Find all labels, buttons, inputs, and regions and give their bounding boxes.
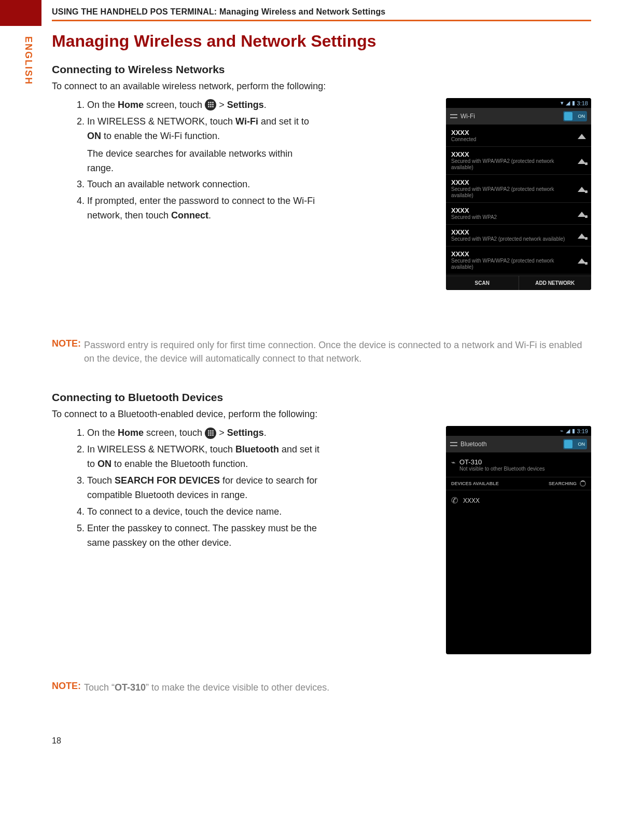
wifi-network-item[interactable]: XXXXConnected (446, 125, 591, 147)
scan-button[interactable]: SCAN (446, 276, 519, 290)
bt-self-device[interactable]: ⌁ OT-310 Not visible to other Bluetooth … (446, 453, 591, 477)
text: > (216, 428, 227, 438)
wifi-network-list: XXXXConnected XXXXSecured with WPA/WPA2 … (446, 125, 591, 274)
text: Touch “ (84, 682, 115, 693)
ssid: XXXX (451, 178, 578, 186)
text: to enable the Wi-Fi function. (101, 131, 220, 141)
wifi-signal-lock-icon (578, 186, 586, 192)
wifi-header-label: Wi-Fi (460, 113, 475, 120)
note-label: NOTE: (52, 681, 81, 694)
ssid: XXXX (451, 206, 578, 214)
wifi-signal-lock-icon (578, 257, 586, 264)
text: Touch (87, 475, 115, 486)
bt-device-name: XXXX (463, 497, 480, 504)
settings-icon (450, 440, 457, 448)
ssid: XXXX (451, 129, 578, 136)
note-text: Touch “OT-310” to make the device visibl… (84, 681, 591, 694)
bt-steps: On the Home screen, touch > Settings. In… (52, 426, 322, 550)
wifi-step-1: On the Home screen, touch > Settings. (87, 98, 322, 113)
text-bold: OT-310 (115, 682, 146, 693)
ssid: XXXX (451, 250, 578, 258)
text-bold: Home (118, 428, 144, 438)
ssid: XXXX (451, 228, 578, 236)
wifi-note: NOTE: Password entry is required only fo… (52, 338, 591, 365)
bluetooth-status-icon: ⌁ (560, 428, 564, 434)
signal-icon: ◢ (566, 100, 570, 106)
wifi-signal-lock-icon (578, 211, 586, 217)
text: > (216, 100, 227, 110)
settings-icon (450, 113, 457, 120)
text: In WIRELESS & NETWORK, touch (87, 116, 235, 127)
network-sub: Secured with WPA/WPA2 (protected network… (451, 158, 578, 171)
text: to enable the Bluetooth function. (111, 459, 248, 469)
text: . (264, 100, 267, 110)
wifi-heading: Connecting to Wireless Networks (52, 63, 591, 76)
bt-step-2: In WIRELESS & NETWORK, touch Bluetooth a… (87, 443, 322, 472)
wifi-toggle[interactable]: ON (563, 111, 587, 121)
wifi-network-item[interactable]: XXXXSecured with WPA/WPA2 (protected net… (446, 147, 591, 175)
text-bold: Bluetooth (235, 444, 279, 455)
apps-icon (205, 99, 216, 111)
text: On the (87, 428, 118, 438)
wifi-step-2: In WIRELESS & NETWORK, touch Wi-Fi and s… (87, 115, 322, 176)
wifi-network-item[interactable]: XXXXSecured with WPA2 (protected network… (446, 225, 591, 246)
bluetooth-icon: ⌁ (451, 458, 455, 466)
toggle-label: ON (578, 114, 585, 119)
wifi-network-item[interactable]: XXXXSecured with WPA/WPA2 (protected net… (446, 246, 591, 274)
clock: 3:18 (577, 100, 588, 106)
bt-tab-available: DEVICES AVAILABLE (451, 481, 499, 486)
network-sub: Secured with WPA/WPA2 (protected network… (451, 258, 578, 270)
text: . (208, 210, 211, 221)
text-bold: ON (97, 459, 111, 469)
toggle-label: ON (578, 442, 585, 447)
header-prefix: USING THE HANDHELD POS TERMINAL: (52, 7, 219, 16)
text-bold: Settings (227, 428, 264, 438)
bt-tabs: DEVICES AVAILABLE SEARCHING (446, 477, 591, 490)
bt-note: NOTE: Touch “OT-310” to make the device … (52, 681, 591, 694)
network-sub: Connected (451, 136, 578, 143)
signal-icon: ◢ (566, 428, 570, 434)
text: In WIRELESS & NETWORK, touch (87, 444, 235, 455)
page-title: Managing Wireless and Network Settings (52, 32, 591, 51)
bt-toggle[interactable]: ON (563, 439, 587, 449)
text-bold: Wi-Fi (235, 116, 258, 127)
status-bar: ▾ ◢ ▮ 3:18 (446, 98, 591, 108)
text: . (264, 428, 267, 438)
text: screen, touch (144, 428, 205, 438)
text: ” to make the device visible to other de… (146, 682, 329, 693)
wifi-footer: SCAN ADD NETWORK (446, 276, 591, 290)
battery-icon: ▮ (572, 100, 575, 106)
add-network-button[interactable]: ADD NETWORK (519, 276, 592, 290)
text: The device searches for available networ… (87, 147, 322, 176)
wifi-settings-header: Wi-Fi ON (446, 108, 591, 125)
bt-self-sub: Not visible to other Bluetooth devices (459, 466, 545, 472)
network-sub: Secured with WPA/WPA2 (protected network… (451, 186, 578, 199)
wifi-network-item[interactable]: XXXXSecured with WPA2 (446, 203, 591, 225)
apps-icon (205, 428, 216, 439)
ssid: XXXX (451, 150, 578, 158)
bt-step-4: To connect to a device, touch the device… (87, 505, 322, 519)
wifi-network-item[interactable]: XXXXSecured with WPA/WPA2 (protected net… (446, 175, 591, 203)
text: and set it to (258, 116, 309, 127)
bt-settings-header: Bluetooth ON (446, 436, 591, 453)
text-bold: ON (87, 131, 101, 141)
network-sub: Secured with WPA2 (451, 214, 578, 221)
battery-icon: ▮ (572, 428, 575, 434)
text-bold: Home (118, 100, 144, 110)
bt-intro: To connect to a Bluetooth-enabled device… (52, 409, 591, 420)
bt-device-item[interactable]: ✆ XXXX (446, 490, 591, 511)
wifi-status-icon: ▾ (561, 100, 564, 106)
page-number: 18 (52, 736, 591, 746)
spinner-icon (580, 480, 586, 487)
wifi-signal-icon (578, 133, 586, 139)
bt-self-name: OT-310 (459, 458, 545, 466)
note-text: Password entry is required only for firs… (84, 338, 591, 365)
header-divider (52, 20, 591, 21)
status-bar: ⌁ ◢ ▮ 3:19 (446, 426, 591, 436)
phone-icon: ✆ (451, 495, 458, 505)
wifi-intro: To connect to an available wireless netw… (52, 81, 591, 92)
note-label: NOTE: (52, 338, 81, 365)
text: On the (87, 100, 118, 110)
wifi-signal-lock-icon (578, 232, 586, 239)
wifi-step-4: If prompted, enter the password to conne… (87, 194, 322, 223)
